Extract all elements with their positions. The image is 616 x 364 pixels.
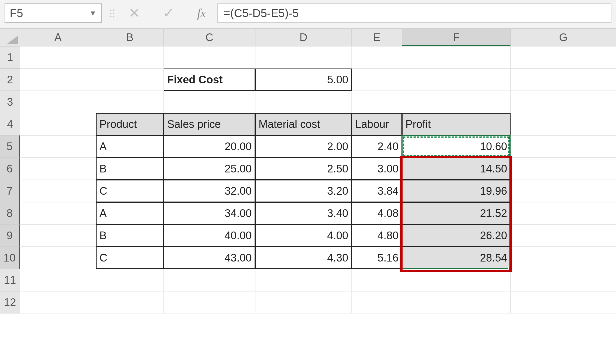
cell-E12[interactable] bbox=[352, 291, 402, 313]
cell-F10[interactable]: 28.54 bbox=[402, 247, 511, 269]
cell-D8[interactable]: 3.40 bbox=[255, 202, 352, 224]
cell-F4[interactable]: Profit bbox=[402, 113, 511, 135]
row-header-9[interactable]: 9 bbox=[0, 224, 20, 247]
cell-F1[interactable] bbox=[402, 46, 511, 69]
cell-E1[interactable] bbox=[352, 46, 402, 69]
cell-C10[interactable]: 43.00 bbox=[164, 247, 255, 269]
cell-B9[interactable]: B bbox=[96, 224, 164, 247]
cell-F7[interactable]: 19.96 bbox=[402, 180, 511, 202]
cell-E11[interactable] bbox=[352, 269, 402, 291]
spreadsheet-grid[interactable]: A B C D E F G 1 2 Fixed Cost 5.00 3 4 Pr… bbox=[0, 29, 616, 313]
cell-C12[interactable] bbox=[164, 291, 255, 313]
cell-G11[interactable] bbox=[511, 269, 616, 291]
cell-G12[interactable] bbox=[511, 291, 616, 313]
col-header-F[interactable]: F bbox=[402, 29, 511, 46]
row-header-8[interactable]: 8 bbox=[0, 202, 20, 224]
cancel-icon[interactable]: ✕ bbox=[129, 6, 140, 20]
cell-D11[interactable] bbox=[255, 269, 352, 291]
cell-B4[interactable]: Product bbox=[96, 113, 164, 135]
cell-C4[interactable]: Sales price bbox=[164, 113, 255, 135]
cell-B2[interactable] bbox=[96, 69, 164, 91]
col-header-E[interactable]: E bbox=[352, 29, 402, 46]
cell-D5[interactable]: 2.00 bbox=[255, 135, 352, 158]
cell-C5[interactable]: 20.00 bbox=[164, 135, 255, 158]
cell-A6[interactable] bbox=[20, 158, 96, 180]
cell-B10[interactable]: C bbox=[96, 247, 164, 269]
cell-C6[interactable]: 25.00 bbox=[164, 158, 255, 180]
cell-E9[interactable]: 4.80 bbox=[352, 224, 402, 247]
cell-C7[interactable]: 32.00 bbox=[164, 180, 255, 202]
cell-A12[interactable] bbox=[20, 291, 96, 313]
enter-icon[interactable]: ✓ bbox=[163, 6, 174, 20]
row-header-6[interactable]: 6 bbox=[0, 158, 20, 180]
cell-E6[interactable]: 3.00 bbox=[352, 158, 402, 180]
cell-F5[interactable]: 10.60 bbox=[402, 135, 511, 158]
cell-E8[interactable]: 4.08 bbox=[352, 202, 402, 224]
cell-E2[interactable] bbox=[352, 69, 402, 91]
cell-A4[interactable] bbox=[20, 113, 96, 135]
cell-F8[interactable]: 21.52 bbox=[402, 202, 511, 224]
grip-handle[interactable] bbox=[110, 9, 114, 17]
cell-B3[interactable] bbox=[96, 91, 164, 113]
cell-F2[interactable] bbox=[402, 69, 511, 91]
cell-G4[interactable] bbox=[511, 113, 616, 135]
cell-B7[interactable]: C bbox=[96, 180, 164, 202]
formula-input-wrap[interactable]: =(C5-D5-E5)-5 bbox=[217, 3, 611, 23]
row-header-10[interactable]: 10 bbox=[0, 247, 20, 269]
chevron-down-icon[interactable]: ▼ bbox=[89, 9, 97, 18]
cell-A10[interactable] bbox=[20, 247, 96, 269]
cell-B6[interactable]: B bbox=[96, 158, 164, 180]
cell-F11[interactable] bbox=[402, 269, 511, 291]
row-header-5[interactable]: 5 bbox=[0, 135, 20, 158]
cell-A1[interactable] bbox=[20, 46, 96, 69]
row-header-12[interactable]: 12 bbox=[0, 291, 20, 313]
col-header-A[interactable]: A bbox=[20, 29, 96, 46]
cell-E4[interactable]: Labour bbox=[352, 113, 402, 135]
row-header-3[interactable]: 3 bbox=[0, 91, 20, 113]
cell-D1[interactable] bbox=[255, 46, 352, 69]
cell-D9[interactable]: 4.00 bbox=[255, 224, 352, 247]
cell-E3[interactable] bbox=[352, 91, 402, 113]
cell-G9[interactable] bbox=[511, 224, 616, 247]
row-header-7[interactable]: 7 bbox=[0, 180, 20, 202]
cell-C1[interactable] bbox=[164, 46, 255, 69]
col-header-B[interactable]: B bbox=[96, 29, 164, 46]
cell-A3[interactable] bbox=[20, 91, 96, 113]
cell-A2[interactable] bbox=[20, 69, 96, 91]
cell-G7[interactable] bbox=[511, 180, 616, 202]
row-header-2[interactable]: 2 bbox=[0, 69, 20, 91]
cell-B11[interactable] bbox=[96, 269, 164, 291]
cell-D10[interactable]: 4.30 bbox=[255, 247, 352, 269]
cell-A8[interactable] bbox=[20, 202, 96, 224]
col-header-C[interactable]: C bbox=[164, 29, 255, 46]
cell-C11[interactable] bbox=[164, 269, 255, 291]
cell-F12[interactable] bbox=[402, 291, 511, 313]
cell-C3[interactable] bbox=[164, 91, 255, 113]
cell-B5[interactable]: A bbox=[96, 135, 164, 158]
col-header-D[interactable]: D bbox=[255, 29, 352, 46]
cell-E5[interactable]: 2.40 bbox=[352, 135, 402, 158]
cell-G8[interactable] bbox=[511, 202, 616, 224]
row-header-4[interactable]: 4 bbox=[0, 113, 20, 135]
cell-F3[interactable] bbox=[402, 91, 511, 113]
cell-D2[interactable]: 5.00 bbox=[255, 69, 352, 91]
formula-input[interactable]: =(C5-D5-E5)-5 bbox=[223, 7, 605, 20]
cell-C9[interactable]: 40.00 bbox=[164, 224, 255, 247]
cell-B12[interactable] bbox=[96, 291, 164, 313]
cell-B1[interactable] bbox=[96, 46, 164, 69]
cell-G1[interactable] bbox=[511, 46, 616, 69]
cell-F6[interactable]: 14.50 bbox=[402, 158, 511, 180]
cell-A7[interactable] bbox=[20, 180, 96, 202]
cell-B8[interactable]: A bbox=[96, 202, 164, 224]
cell-D3[interactable] bbox=[255, 91, 352, 113]
cell-G3[interactable] bbox=[511, 91, 616, 113]
cell-D4[interactable]: Material cost bbox=[255, 113, 352, 135]
cell-F9[interactable]: 26.20 bbox=[402, 224, 511, 247]
cell-G10[interactable] bbox=[511, 247, 616, 269]
cell-G5[interactable] bbox=[511, 135, 616, 158]
cell-D7[interactable]: 3.20 bbox=[255, 180, 352, 202]
select-all-corner[interactable] bbox=[0, 29, 20, 46]
cell-G6[interactable] bbox=[511, 158, 616, 180]
cell-E7[interactable]: 3.84 bbox=[352, 180, 402, 202]
cell-A5[interactable] bbox=[20, 135, 96, 158]
